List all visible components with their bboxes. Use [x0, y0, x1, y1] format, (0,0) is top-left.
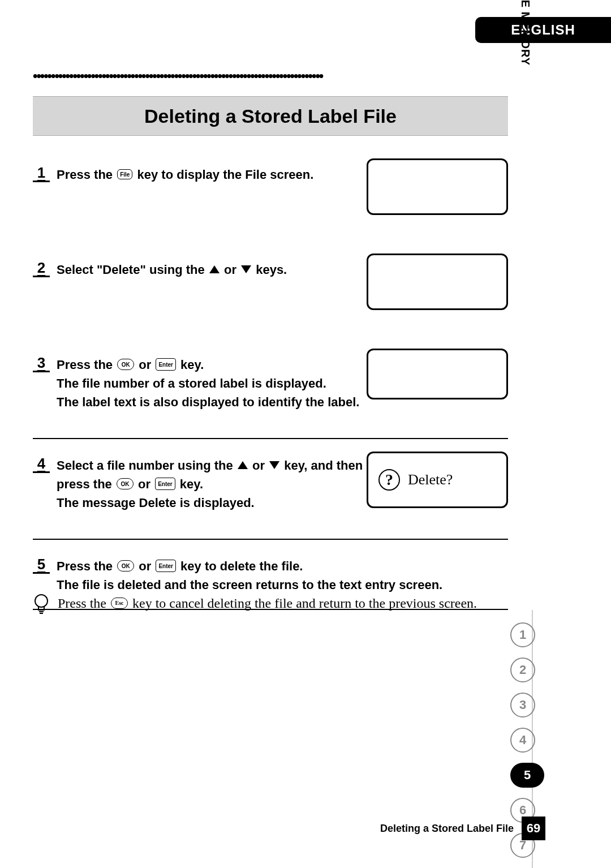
chapter-tab-2[interactable]: 2	[510, 658, 535, 682]
down-arrow-icon	[269, 461, 279, 469]
ok-key-icon: OK	[117, 359, 134, 370]
step-4: 4 Select a file number using the or key,…	[33, 455, 508, 540]
step-text: Press the OK or Enter key to delete the …	[57, 556, 508, 594]
up-arrow-icon	[238, 461, 248, 469]
step-number: 3	[33, 354, 50, 372]
lcd-delete-dialog: ? Delete?	[367, 452, 508, 508]
down-arrow-icon	[241, 265, 251, 273]
up-arrow-icon	[209, 265, 220, 273]
lightbulb-icon	[33, 593, 50, 616]
page-title: Deleting a Stored Label File	[144, 105, 397, 127]
enter-key-icon: Enter	[155, 478, 175, 490]
question-mark-icon: ?	[378, 469, 400, 491]
chapter-tab-5[interactable]: 5	[510, 763, 544, 788]
step-3: 3 Press the OK or Enter key. The file nu…	[33, 354, 508, 439]
chapter-tab-4[interactable]: 4	[510, 728, 535, 753]
page-title-band: Deleting a Stored Label File	[33, 96, 508, 136]
ok-key-icon: OK	[117, 478, 134, 489]
step-2: 2 Select "Delete" using the or keys.	[33, 259, 508, 338]
step-number: 2	[33, 259, 50, 277]
chapter-title-text: USING THE FILE MEMORY	[519, 0, 532, 66]
enter-key-icon: Enter	[156, 358, 176, 371]
page-footer: Deleting a Stored Label File 69	[33, 817, 545, 840]
step-1: 1 Press the File key to display the File…	[33, 164, 508, 243]
page-number: 69	[522, 817, 545, 840]
footer-title: Deleting a Stored Label File	[380, 823, 514, 835]
svg-point-0	[35, 595, 48, 607]
chapter-heading-vertical: zUSING THE FILE MEMORY	[519, 0, 532, 66]
chapter-tab-1[interactable]: 1	[510, 622, 535, 647]
ok-key-icon: OK	[117, 560, 134, 571]
dotted-divider: ••••••••••••••••••••••••••••••••••••••••…	[33, 68, 504, 84]
lcd-preview-box	[367, 158, 508, 215]
file-key-icon: File	[117, 169, 132, 179]
lcd-preview-box	[367, 349, 508, 399]
esc-key-icon: Esc	[111, 598, 128, 609]
chapter-tab-3[interactable]: 3	[510, 693, 535, 717]
language-tab: ENGLISH	[475, 17, 611, 43]
tip-text: Press the Esc key to cancel deleting the…	[58, 593, 477, 613]
tip-note: Press the Esc key to cancel deleting the…	[33, 593, 508, 616]
step-number: 4	[33, 455, 50, 473]
step-number: 1	[33, 164, 50, 182]
enter-key-icon: Enter	[156, 560, 176, 572]
lcd-delete-text: Delete?	[408, 471, 453, 488]
lcd-preview-box	[367, 253, 508, 310]
step-number: 5	[33, 556, 50, 574]
